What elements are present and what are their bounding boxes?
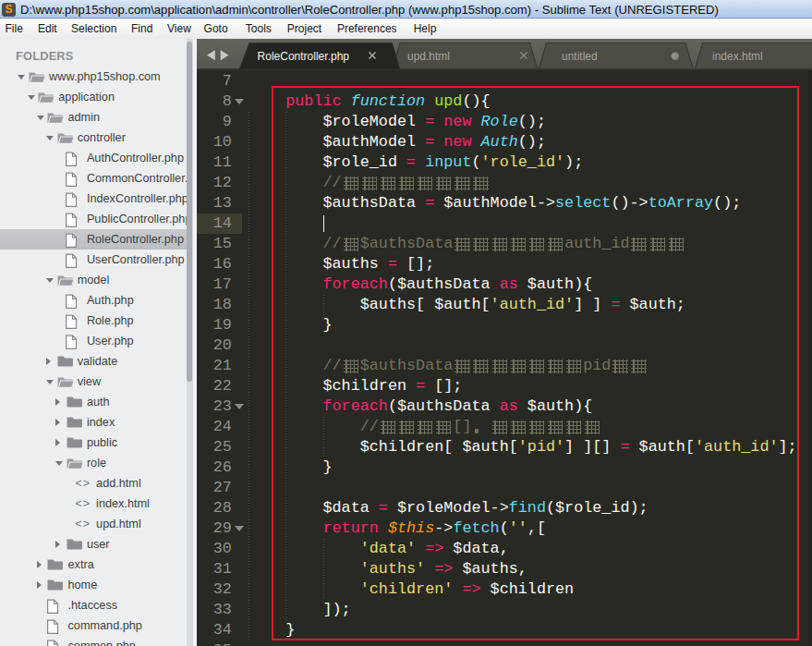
svg-text:untitled: untitled [562, 50, 598, 63]
svg-text:RoleController.php: RoleController.php [258, 50, 350, 63]
svg-text:index.html: index.html [712, 50, 763, 63]
svg-text:upd.html: upd.html [407, 50, 450, 63]
